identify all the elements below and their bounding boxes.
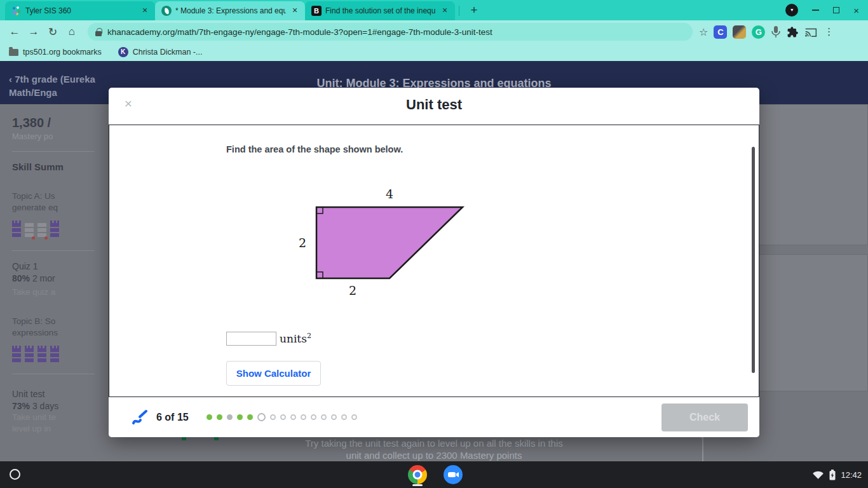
khan-k-icon: K bbox=[118, 47, 128, 57]
browser-menu-icon[interactable]: ⋮ bbox=[824, 26, 834, 37]
chrome-app-icon[interactable] bbox=[408, 465, 427, 484]
home-icon[interactable]: ⌂ bbox=[62, 25, 81, 38]
tab-title: Tyler SIS 360 bbox=[25, 6, 136, 15]
bookmark-christa-dickman[interactable]: K Christa Dickman -... bbox=[118, 47, 203, 57]
unit-test-meta: 73% 3 days bbox=[12, 400, 58, 412]
tab-strip: Tyler SIS 360 × * Module 3: Expressions … bbox=[0, 0, 868, 20]
progress-dot-filled-gray bbox=[227, 414, 233, 420]
khan-academy-leaf-icon bbox=[161, 6, 172, 16]
bookmark-folder-tps501[interactable]: tps501.org bookmarks bbox=[9, 48, 102, 57]
restore-icon[interactable] bbox=[833, 7, 839, 13]
progress-dot-empty bbox=[301, 414, 306, 420]
unit-test-action-line2[interactable]: level up in bbox=[12, 423, 51, 435]
tab-title: Find the solution set of the inequ bbox=[325, 6, 436, 15]
progress-dot-current bbox=[257, 413, 266, 421]
tab-close-icon[interactable]: × bbox=[140, 6, 150, 16]
promo-line-2: unit and collect up to 2300 Mastery poin… bbox=[0, 449, 868, 461]
promo-line-1: Try taking the unit test again to level … bbox=[0, 437, 868, 449]
mastery-icon-row bbox=[12, 348, 59, 363]
progress-dot-filled-green bbox=[207, 414, 212, 420]
units-exponent: 2 bbox=[307, 332, 311, 340]
progress-dot-empty bbox=[351, 414, 357, 420]
launcher-icon[interactable] bbox=[10, 469, 20, 480]
tab-title: * Module 3: Expressions and equ bbox=[175, 6, 286, 15]
units-label: units2 bbox=[280, 332, 311, 345]
bookmark-label: Christa Dickman -... bbox=[133, 48, 203, 57]
progress-dot-filled-green bbox=[217, 414, 222, 420]
tyler-sis-favicon-icon bbox=[11, 6, 22, 16]
browser-toolbar: ← → ↻ ⌂ khanacademy.org/math/7th-engage-… bbox=[0, 20, 868, 43]
toolbar-extensions: ☆ C G ⋮ bbox=[699, 25, 834, 39]
sidebar-item-unit-test[interactable]: Unit test bbox=[12, 388, 44, 400]
divider bbox=[12, 374, 95, 374]
battery-charging-icon bbox=[829, 470, 836, 480]
divider bbox=[12, 151, 95, 152]
check-button[interactable]: Check bbox=[661, 403, 748, 431]
cast-icon[interactable] bbox=[804, 27, 817, 37]
modal-scrollbar[interactable] bbox=[752, 147, 755, 373]
progress-dot-empty bbox=[290, 414, 296, 420]
back-icon[interactable]: ← bbox=[5, 25, 24, 38]
chromeos-shelf: 12:42 bbox=[0, 461, 868, 488]
tab-brainly[interactable]: B Find the solution set of the inequ × bbox=[305, 1, 455, 20]
bookmark-star-icon[interactable]: ☆ bbox=[699, 26, 708, 38]
progress-dot-empty bbox=[321, 414, 327, 420]
mastery-icon-row bbox=[12, 223, 59, 238]
progress-dot-empty bbox=[331, 414, 337, 420]
tab-module-3-active[interactable]: * Module 3: Expressions and equ × bbox=[155, 1, 305, 20]
address-bar[interactable]: khanacademy.org/math/7th-engage-ny/engag… bbox=[88, 23, 693, 41]
active-app-indicator bbox=[412, 484, 423, 486]
sidebar-item-topic-a[interactable]: Topic A: Us generate eq bbox=[12, 191, 71, 214]
pencil-scribble-icon bbox=[132, 409, 149, 426]
close-window-icon[interactable]: × bbox=[853, 6, 859, 15]
sidebar-item-quiz-1[interactable]: Quiz 1 bbox=[12, 261, 37, 273]
folder-icon bbox=[9, 49, 18, 56]
new-tab-button[interactable]: + bbox=[466, 2, 482, 18]
quiz-1-score: 80% bbox=[12, 273, 30, 283]
window-controls: ▾ × bbox=[785, 0, 868, 20]
shape-label-left: 2 bbox=[299, 236, 306, 250]
forward-icon[interactable]: → bbox=[24, 25, 43, 38]
mastery-icon bbox=[50, 223, 59, 238]
mastery-icon bbox=[25, 348, 34, 363]
progress-dot-empty bbox=[270, 414, 276, 420]
reload-icon[interactable]: ↻ bbox=[43, 25, 62, 39]
question-text: Find the area of the shape shown below. bbox=[226, 144, 403, 154]
sidebar-item-topic-b[interactable]: Topic B: So expressions bbox=[12, 316, 72, 339]
system-tray[interactable]: 12:42 bbox=[812, 461, 862, 488]
url-text[interactable]: khanacademy.org/math/7th-engage-ny/engag… bbox=[107, 27, 492, 37]
clever-extension-icon[interactable]: C bbox=[714, 25, 727, 39]
progress-dot-empty bbox=[280, 414, 286, 420]
profile-avatar[interactable]: ▾ bbox=[785, 4, 798, 17]
grammarly-extension-icon[interactable]: G bbox=[752, 25, 765, 39]
show-calculator-button[interactable]: Show Calculator bbox=[226, 361, 321, 386]
mastery-icon bbox=[50, 348, 59, 363]
progress-dot-filled-green bbox=[237, 414, 243, 420]
modal-title: Unit test bbox=[109, 97, 759, 113]
progress-count: 6 of 15 bbox=[156, 412, 189, 423]
minimize-icon[interactable] bbox=[812, 10, 819, 11]
extensions-puzzle-icon[interactable] bbox=[787, 26, 799, 38]
quiz-1-action[interactable]: Take quiz a bbox=[12, 287, 55, 298]
wifi-icon bbox=[812, 470, 824, 480]
unit-test-score: 73% bbox=[12, 401, 30, 411]
answer-input[interactable] bbox=[226, 332, 276, 346]
unit-test-modal: × Unit test Find the area of the shape s… bbox=[109, 88, 759, 437]
quiz-1-ago: 2 mor bbox=[30, 273, 55, 283]
unit-test-action-line1[interactable]: Take unit te bbox=[12, 412, 56, 423]
skill-summary-heading: Skill Summ bbox=[12, 161, 64, 172]
tab-close-icon[interactable]: × bbox=[290, 6, 300, 16]
tab-tyler-sis[interactable]: Tyler SIS 360 × bbox=[5, 1, 155, 20]
progress-dot-empty bbox=[341, 414, 347, 420]
zoom-app-icon[interactable] bbox=[444, 465, 463, 484]
progress-dot-filled-green bbox=[247, 414, 253, 420]
bookmark-label: tps501.org bookmarks bbox=[23, 48, 102, 57]
microphone-icon[interactable] bbox=[771, 25, 781, 38]
progress-dot-empty bbox=[311, 414, 316, 420]
mastery-icon bbox=[37, 223, 46, 238]
divider bbox=[12, 250, 95, 251]
lock-icon[interactable] bbox=[95, 28, 102, 36]
bitmoji-extension-icon[interactable] bbox=[733, 25, 746, 39]
tab-close-icon[interactable]: × bbox=[440, 6, 450, 16]
mastery-icon bbox=[12, 223, 21, 238]
